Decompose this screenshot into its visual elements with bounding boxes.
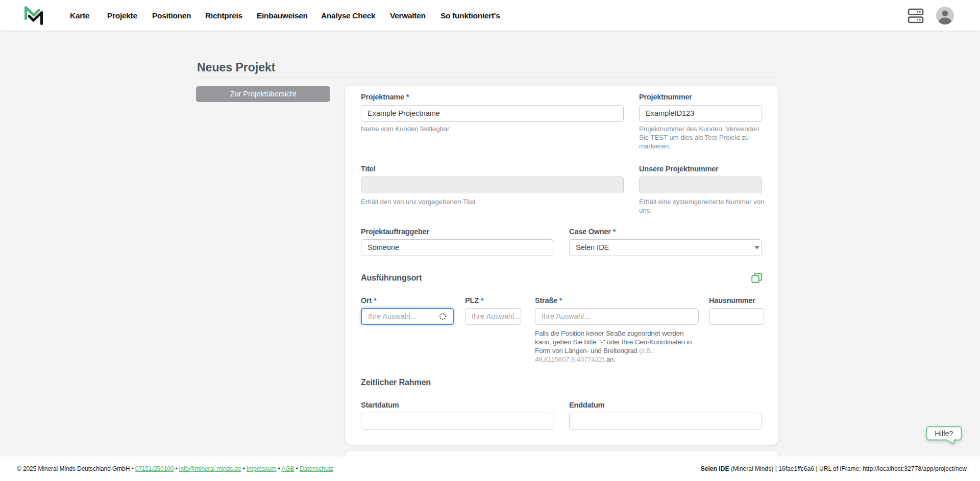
svg-text:Hilfe?: Hilfe? — [935, 429, 953, 438]
